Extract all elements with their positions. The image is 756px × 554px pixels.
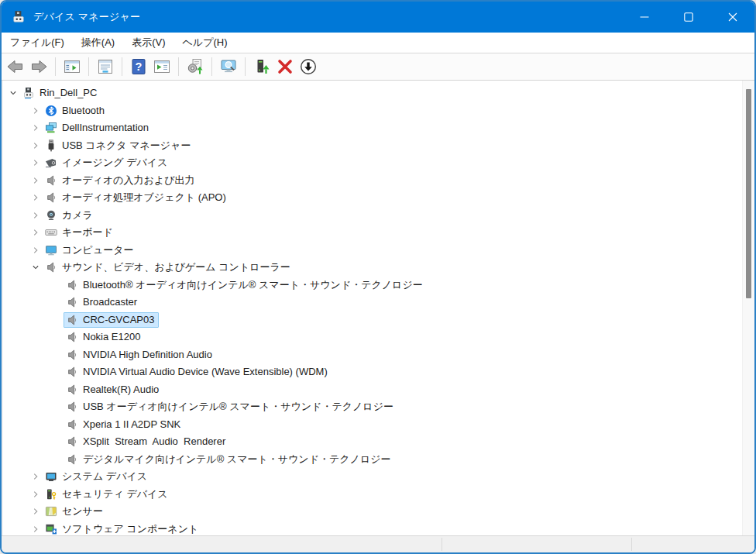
- tree-item-broadcaster[interactable]: Broadcaster: [50, 294, 742, 311]
- tree-item-realtek-audio[interactable]: Realtek(R) Audio: [50, 381, 742, 399]
- arrow-left-icon: [6, 57, 25, 76]
- add-drivers-button[interactable]: [251, 56, 273, 77]
- chevron-right-icon[interactable]: [29, 157, 43, 169]
- tree-item-label: サウンド、ビデオ、およびゲーム コントローラー: [62, 261, 290, 274]
- close-button[interactable]: [710, 2, 754, 33]
- menu-action[interactable]: 操作(A): [73, 33, 123, 53]
- help-icon: ?: [129, 57, 148, 76]
- tree-item-nokia-e1200[interactable]: Nokia E1200: [50, 329, 742, 346]
- chevron-right-icon[interactable]: [29, 470, 43, 483]
- properties-button[interactable]: [94, 56, 116, 77]
- tree-item-intel-sst-digital-mic[interactable]: デジタルマイク向けインテル® スマート・サウンド・テクノロジー: [50, 451, 742, 469]
- tree-item-body: キーボード: [43, 225, 118, 240]
- svg-text:?: ?: [136, 60, 143, 73]
- tree-item-computer-root[interactable]: Rin_Dell_PC: [6, 84, 742, 102]
- speaker-icon: [66, 331, 78, 343]
- chevron-right-icon[interactable]: [29, 174, 43, 187]
- tree-item-label: イメージング デバイス: [62, 157, 167, 169]
- tree-item-bluetooth[interactable]: Bluetooth: [29, 102, 742, 120]
- tree-item-intel-sst-bluetooth-audio[interactable]: Bluetooth® オーディオ向けインテル® スマート・サウンド・テクノロジー: [50, 277, 742, 294]
- network-computers-icon: [45, 122, 57, 134]
- chevron-right-icon[interactable]: [29, 105, 43, 117]
- chevron-right-icon[interactable]: [29, 122, 43, 134]
- tree-item-label: コンピューター: [62, 244, 134, 256]
- tree-item-audio-processing-objects[interactable]: オーディオ処理オブジェクト (APO): [29, 189, 742, 207]
- menu-view[interactable]: 表示(V): [123, 33, 174, 53]
- usb-icon: [45, 139, 57, 152]
- tree-item-label: Bluetooth: [62, 105, 105, 117]
- tree-item-security-devices[interactable]: セキュリティ デバイス: [29, 486, 742, 504]
- chevron-placeholder: [50, 296, 64, 308]
- menu-help[interactable]: ヘルプ(H): [174, 33, 236, 53]
- statusbar: [2, 535, 754, 552]
- menu-file[interactable]: ファイル(F): [2, 33, 73, 53]
- tree-item-sensors[interactable]: センサー: [29, 503, 742, 521]
- tree-item-label: Xperia 1 II A2DP SNK: [83, 418, 180, 431]
- tree-item-xperia-a2dp[interactable]: Xperia 1 II A2DP SNK: [50, 416, 742, 434]
- chevron-right-icon[interactable]: [29, 488, 43, 501]
- chevron-down-icon[interactable]: [29, 261, 43, 274]
- chevron-down-icon[interactable]: [6, 87, 20, 99]
- chevron-placeholder: [50, 453, 64, 466]
- chevron-placeholder: [50, 418, 64, 431]
- tree-item-audio-inputs-outputs[interactable]: オーディオの入力および出力: [29, 172, 742, 190]
- device-manager-icon: [12, 10, 26, 24]
- chevron-right-icon[interactable]: [29, 523, 43, 535]
- minimize-button[interactable]: [622, 2, 666, 33]
- tree-item-body: NVIDIA High Definition Audio: [64, 347, 217, 363]
- tree-item-body: NVIDIA Virtual Audio Device (Wave Extens…: [64, 364, 332, 380]
- tree-item-body: Broadcaster: [64, 294, 142, 310]
- back-button[interactable]: [5, 56, 26, 77]
- tree-item-crc-gvcap03[interactable]: CRC-GVCAP03: [50, 311, 742, 329]
- tree-item-sound-video-game-controllers[interactable]: サウンド、ビデオ、およびゲーム コントローラー: [29, 259, 742, 277]
- toolbar-separator: [122, 57, 122, 76]
- action-pane-button[interactable]: [151, 56, 173, 77]
- tree-item-body: Xperia 1 II A2DP SNK: [64, 417, 185, 432]
- tree-item-label: Broadcaster: [83, 296, 137, 308]
- chevron-placeholder: [50, 401, 64, 413]
- scan-hardware-changes-button[interactable]: [218, 56, 239, 77]
- tree-item-imaging-devices[interactable]: イメージング デバイス: [29, 154, 742, 172]
- toolbar: ?: [2, 53, 754, 81]
- help-button[interactable]: ?: [128, 56, 149, 77]
- tree-item-xsplit-stream-audio[interactable]: XSplit Stream Audio Renderer: [50, 433, 742, 451]
- tree-item-system-devices[interactable]: システム デバイス: [29, 468, 742, 486]
- disable-device-button[interactable]: [297, 56, 319, 77]
- chevron-right-icon[interactable]: [29, 191, 43, 204]
- sensors-icon: [45, 505, 57, 518]
- tree-item-nvidia-virtual-audio[interactable]: NVIDIA Virtual Audio Device (Wave Extens…: [50, 363, 742, 381]
- speaker-icon: [66, 296, 78, 308]
- chevron-right-icon[interactable]: [29, 139, 43, 152]
- update-driver-button[interactable]: [184, 56, 206, 77]
- tree-item-computer[interactable]: コンピューター: [29, 242, 742, 260]
- tree-item-cameras[interactable]: カメラ: [29, 207, 742, 225]
- tree-item-software-components[interactable]: ソフトウェア コンポーネント: [29, 521, 742, 536]
- tree-item-body: ソフトウェア コンポーネント: [43, 521, 203, 535]
- chevron-right-icon[interactable]: [29, 244, 43, 256]
- speaker-icon: [45, 191, 57, 204]
- maximize-button[interactable]: [666, 2, 710, 33]
- tree-item-keyboards[interactable]: キーボード: [29, 224, 742, 242]
- speaker-icon: [66, 279, 78, 291]
- uninstall-device-button[interactable]: [274, 56, 296, 77]
- chevron-right-icon[interactable]: [29, 226, 43, 239]
- menubar: ファイル(F)操作(A)表示(V)ヘルプ(H): [2, 33, 754, 53]
- tree-item-label: カメラ: [62, 209, 93, 222]
- device-manager-icon: [22, 87, 35, 99]
- tree-item-nvidia-hd-audio[interactable]: NVIDIA High Definition Audio: [50, 346, 742, 364]
- vertical-scrollbar[interactable]: [742, 81, 754, 535]
- speaker-icon: [66, 435, 78, 448]
- speaker-icon: [66, 401, 78, 413]
- forward-button[interactable]: [28, 56, 50, 77]
- keyboard-icon: [45, 226, 57, 239]
- chevron-right-icon[interactable]: [29, 209, 43, 222]
- tree-item-intel-sst-usb-audio[interactable]: USB オーディオ向けインテル® スマート・サウンド・テクノロジー: [50, 398, 742, 416]
- chevron-right-icon[interactable]: [29, 505, 43, 518]
- speaker-icon: [45, 261, 57, 274]
- tree-item-body: デジタルマイク向けインテル® スマート・サウンド・テクノロジー: [64, 452, 396, 467]
- show-console-tree-button[interactable]: [61, 56, 83, 77]
- tree-item-usb-connector-manager[interactable]: USB コネクタ マネージャー: [29, 137, 742, 155]
- tree-item-dellinstrumentation[interactable]: DellInstrumentation: [29, 119, 742, 137]
- device-tree: Rin_Dell_PCBluetoothDellInstrumentationU…: [2, 81, 742, 535]
- scrollbar-thumb[interactable]: [746, 89, 751, 298]
